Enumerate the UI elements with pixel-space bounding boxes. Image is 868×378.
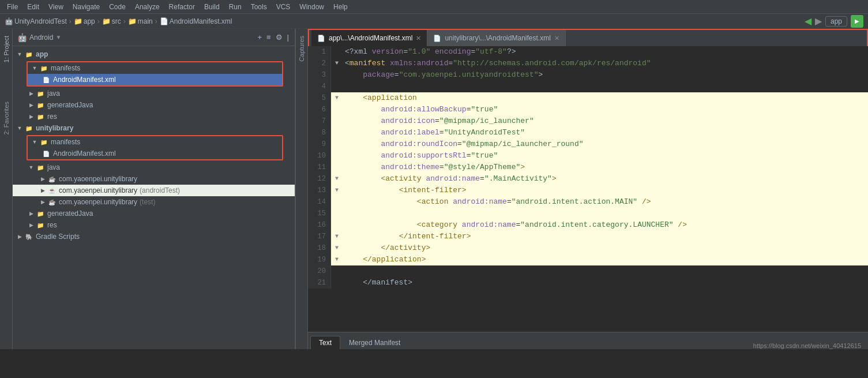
code-line-1: 1 <?xml version="1.0" encoding="utf-8"?> (308, 46, 868, 58)
tree-label-gradle: Gradle Scripts (36, 233, 80, 241)
editor-tabs: 📄 app\...\AndroidManifest.xml ✕ 📄 unityl… (308, 29, 868, 46)
forward-button[interactable]: ▶ (815, 16, 822, 27)
code-line-5: 5 ▼ <application (308, 92, 868, 104)
menu-file[interactable]: File (2, 2, 22, 12)
menu-edit[interactable]: Edit (22, 2, 44, 12)
editor-tab-unity-manifest[interactable]: 📄 unitylibrary\...\AndroidManifest.xml ✕ (427, 30, 565, 46)
vtab-project[interactable]: 1: Project (2, 33, 11, 65)
main-area: 1: Project 2: Favorites 🤖 Android ▼ + ≡ … (0, 29, 868, 349)
line-content-13: <intent-filter> (343, 185, 868, 196)
tree-label-manifests-unity: manifests (51, 138, 80, 146)
tree-item-java-unity[interactable]: ▼ 📁 java (13, 162, 295, 173)
menu-code[interactable]: Code (104, 2, 130, 12)
line-num-19: 19 (308, 254, 331, 265)
gutter-17: ▼ (331, 231, 343, 242)
breadcrumb-main[interactable]: main (138, 17, 153, 25)
editor-tab-app-manifest[interactable]: 📄 app\...\AndroidManifest.xml ✕ (311, 30, 427, 46)
line-num-6: 6 (308, 104, 331, 115)
tree-suffix-androidtest: (androidTest) (140, 186, 180, 194)
java-icon-2: ☕ (47, 186, 57, 195)
tree-item-manifests-app[interactable]: ▼ 📁 manifests (28, 62, 282, 74)
tree-item-androidmanifest-unity[interactable]: 📄 AndroidManifest.xml (28, 148, 282, 159)
menu-build[interactable]: Build (200, 2, 224, 12)
line-num-21: 21 (308, 277, 331, 289)
menu-view[interactable]: View (44, 2, 68, 12)
line-num-4: 4 (308, 81, 331, 92)
line-num-20: 20 (308, 265, 331, 277)
tree-item-com-yaoenpei-3[interactable]: ▶ ☕ com.yaoenpei.unitylibrary (test) (13, 196, 295, 208)
code-line-3: 3 package="com.yaoenpei.unityandroidtest… (308, 69, 868, 81)
line-content-16: <category android:name="android.intent.c… (343, 219, 868, 231)
code-area[interactable]: 1 <?xml version="1.0" encoding="utf-8"?>… (308, 46, 868, 332)
menu-refactor[interactable]: Refactor (164, 2, 200, 12)
line-num-12: 12 (308, 173, 331, 185)
line-num-15: 15 (308, 208, 331, 219)
menu-analyze[interactable]: Analyze (130, 2, 164, 12)
menu-vcs[interactable]: VCS (272, 2, 295, 12)
code-line-12: 12 ▼ <activity android:name=".MainActivi… (308, 173, 868, 185)
tree-label-res-unity: res (47, 221, 57, 229)
menu-run[interactable]: Run (224, 2, 246, 12)
editor-tab-label-2: unitylibrary\...\AndroidManifest.xml (445, 34, 550, 42)
tree-item-app[interactable]: ▼ 📁 app (13, 48, 295, 60)
folder-icon-manifests-unity: 📁 (39, 137, 48, 147)
vtab-captures[interactable]: Captures (297, 33, 306, 64)
arrow-com-yaoenpei-3: ▶ (38, 199, 47, 205)
folder-icon-app: 📁 (24, 50, 33, 59)
breadcrumb-manifest[interactable]: AndroidManifest.xml (170, 17, 232, 25)
tree-item-com-yaoenpei-1[interactable]: ▶ ☕ com.yaoenpei.unitylibrary (13, 173, 295, 185)
menu-tools[interactable]: Tools (246, 2, 272, 12)
sidebar-layout-icon[interactable]: | (286, 32, 290, 43)
xml-icon-androidmanifest-app: 📄 (42, 75, 51, 84)
tree-item-res-unity[interactable]: ▶ 📁 res (13, 219, 295, 231)
line-content-18: </activity> (343, 242, 868, 254)
menu-bar: File Edit View Navigate Code Analyze Ref… (0, 0, 868, 14)
sidebar-title-label: Android (29, 33, 53, 42)
status-url-text: https://blog.csdn.net/weixin_40412615 (753, 342, 861, 349)
tree-item-manifests-unity[interactable]: ▼ 📁 manifests (28, 136, 282, 148)
bottom-tab-merged[interactable]: Merged Manifest (340, 336, 409, 349)
breadcrumb-src[interactable]: src (112, 17, 121, 25)
xml-tab-icon-2: 📄 (433, 35, 441, 42)
line-num-16: 16 (308, 219, 331, 231)
menu-window[interactable]: Window (295, 2, 329, 12)
tree-item-androidmanifest-app[interactable]: 📄 AndroidManifest.xml (28, 74, 282, 85)
arrow-manifests-unity: ▼ (30, 139, 39, 145)
java-icon-1: ☕ (47, 174, 57, 184)
run-button[interactable]: ▶ (851, 15, 863, 28)
arrow-genJava-unity: ▶ (27, 211, 36, 216)
gutter-18: ▼ (331, 242, 343, 254)
close-tab-2[interactable]: ✕ (554, 35, 559, 42)
line-content-6: android:allowBackup="true" (343, 104, 868, 115)
tree-item-unitylibrary[interactable]: ▼ 📁 unitylibrary (13, 122, 295, 134)
close-tab-1[interactable]: ✕ (416, 35, 421, 42)
vtab-favorites[interactable]: 2: Favorites (2, 99, 11, 137)
breadcrumb-project[interactable]: UnityAndroidTest (14, 17, 67, 25)
line-content-2: <manifest xmlns:android="http://schemas.… (343, 58, 868, 69)
tree-item-com-yaoenpei-2[interactable]: ▶ ☕ com.yaoenpei.unitylibrary (androidTe… (13, 185, 295, 196)
editor-bottom: Text Merged Manifest https://blog.csdn.n… (308, 332, 868, 349)
menu-help[interactable]: Help (329, 2, 352, 12)
folder-icon-genJava-unity: 📁 (36, 209, 45, 218)
tree-item-gradle[interactable]: ▶ 🐘 Gradle Scripts (13, 231, 295, 242)
sidebar: 🤖 Android ▼ + ≡ ⚙ | ▼ 📁 app ▼ (13, 29, 295, 349)
arrow-genJava-app: ▶ (27, 102, 36, 108)
bottom-tab-text[interactable]: Text (310, 336, 340, 349)
gutter-12: ▼ (331, 173, 343, 185)
tree-label-java-app: java (47, 89, 60, 98)
sidebar-settings-icon[interactable]: ⚙ (275, 32, 284, 43)
tree-item-genJava-unity[interactable]: ▶ 📁 generatedJava (13, 208, 295, 219)
tree-item-genJava-app[interactable]: ▶ 📁 generatedJava (13, 99, 295, 111)
tree-label-genJava-unity: generatedJava (47, 209, 93, 218)
tree-item-res-app[interactable]: ▶ 📁 res (13, 111, 295, 122)
tree-label-app: app (36, 50, 48, 58)
sidebar-add-icon[interactable]: + (256, 32, 263, 43)
menu-navigate[interactable]: Navigate (68, 2, 104, 12)
run-config-selector[interactable]: app (825, 16, 847, 27)
tree-label-manifests-app: manifests (51, 64, 80, 72)
sidebar-dropdown-arrow[interactable]: ▼ (55, 34, 61, 40)
back-button[interactable]: ◀ (805, 16, 811, 27)
sidebar-sync-icon[interactable]: ≡ (265, 32, 272, 43)
breadcrumb-app[interactable]: app (84, 17, 95, 25)
tree-item-java-app[interactable]: ▶ 📁 java (13, 88, 295, 99)
